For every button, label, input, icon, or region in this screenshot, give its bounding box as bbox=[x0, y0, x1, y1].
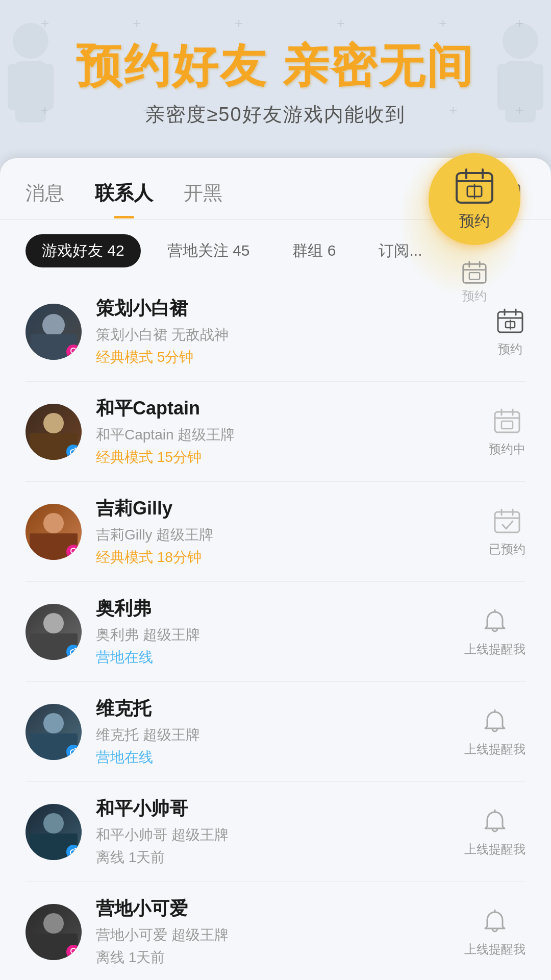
svg-point-40 bbox=[43, 513, 64, 533]
friend-detail: 和平小帅哥 超级王牌 bbox=[96, 825, 454, 845]
svg-point-28 bbox=[43, 413, 64, 433]
avatar bbox=[26, 704, 82, 760]
bell-icon bbox=[481, 808, 509, 836]
action-label: 预约 bbox=[498, 341, 522, 357]
tab-contacts[interactable]: 联系人 bbox=[95, 180, 153, 218]
friend-action-reserve[interactable]: 预约 bbox=[495, 306, 525, 357]
friend-status: 经典模式 5分钟 bbox=[96, 348, 485, 367]
popup-calendar-icon bbox=[454, 167, 495, 208]
avatar bbox=[26, 504, 82, 560]
sub-tab-camp[interactable]: 营地关注 45 bbox=[151, 234, 266, 267]
popup-small-label: 预约 bbox=[462, 288, 487, 304]
notify-icon bbox=[480, 906, 510, 937]
avatar bbox=[26, 804, 82, 860]
list-item: 奥利弗 奥利弗 超级王牌 营地在线 上线提醒我 bbox=[26, 582, 525, 682]
friend-info: 维克托 维克托 超级王牌 营地在线 bbox=[96, 696, 454, 767]
friend-detail: 和平Captain 超级王牌 bbox=[96, 425, 479, 445]
reserved-icon bbox=[492, 506, 522, 537]
avatar-badge-blue bbox=[66, 645, 81, 659]
friend-detail: 营地小可爱 超级王牌 bbox=[96, 925, 454, 945]
friend-action-notify[interactable]: 上线提醒我 bbox=[464, 906, 525, 958]
friend-status: 营地在线 bbox=[96, 748, 454, 767]
friend-info: 吉莉Gilly 吉莉Gilly 超级王牌 经典模式 18分钟 bbox=[96, 496, 479, 567]
avatar-badge-blue bbox=[66, 845, 81, 859]
calendar-reserved-icon bbox=[493, 508, 521, 535]
calendar-reserve-icon bbox=[496, 308, 524, 335]
small-calendar-icon bbox=[462, 260, 487, 286]
friend-name: 策划小白裙 bbox=[96, 296, 485, 321]
svg-point-19 bbox=[71, 348, 76, 353]
notify-icon bbox=[480, 806, 510, 837]
svg-point-61 bbox=[70, 750, 76, 755]
friend-name: 和平小帅哥 bbox=[96, 796, 454, 821]
floating-popup: 预约 预约 bbox=[429, 153, 520, 304]
svg-point-77 bbox=[71, 948, 76, 953]
friend-status: 经典模式 15分钟 bbox=[96, 448, 479, 467]
avatar bbox=[26, 904, 82, 960]
gender-icon bbox=[69, 948, 78, 956]
bell-icon bbox=[481, 908, 509, 936]
action-label: 上线提醒我 bbox=[464, 741, 525, 757]
svg-point-69 bbox=[70, 850, 76, 855]
friend-action-reserved[interactable]: 已预约 bbox=[489, 506, 525, 557]
friend-info: 营地小可爱 营地小可爱 超级王牌 离线 1天前 bbox=[96, 896, 454, 967]
popup-circle-button[interactable]: 预约 bbox=[429, 153, 520, 245]
friend-info: 策划小白裙 策划小白裙 无敌战神 经典模式 5分钟 bbox=[96, 296, 485, 367]
svg-point-31 bbox=[70, 450, 76, 455]
gender-male-icon bbox=[69, 748, 78, 756]
hero-title: 预约好友 亲密无间 bbox=[31, 41, 520, 91]
tab-messages[interactable]: 消息 bbox=[26, 180, 64, 218]
friend-name: 维克托 bbox=[96, 696, 454, 721]
svg-point-58 bbox=[43, 713, 64, 733]
friend-detail: 奥利弗 超级王牌 bbox=[96, 625, 454, 645]
friend-name: 和平Captain bbox=[96, 396, 479, 421]
action-label: 上线提醒我 bbox=[464, 941, 525, 958]
friend-action-notify[interactable]: 上线提醒我 bbox=[464, 806, 525, 857]
svg-rect-91 bbox=[469, 273, 480, 279]
popup-small-reserve: 预约 bbox=[462, 260, 487, 304]
action-label: 上线提醒我 bbox=[464, 841, 525, 857]
notify-icon bbox=[480, 706, 510, 737]
svg-point-53 bbox=[70, 650, 76, 655]
avatar-badge-pink bbox=[66, 345, 81, 359]
friend-status: 离线 1天前 bbox=[96, 948, 454, 967]
avatar-badge-blue bbox=[66, 445, 81, 459]
gender-male-icon bbox=[69, 848, 78, 856]
bell-icon bbox=[481, 708, 509, 736]
svg-point-66 bbox=[43, 813, 64, 834]
friend-info: 奥利弗 奥利弗 超级王牌 营地在线 bbox=[96, 596, 454, 667]
avatar-badge-blue bbox=[66, 745, 81, 759]
svg-rect-39 bbox=[502, 421, 513, 429]
list-item: 吉莉Gilly 吉莉Gilly 超级王牌 经典模式 18分钟 已预约 bbox=[26, 482, 525, 582]
list-item: 维克托 维克托 超级王牌 营地在线 上线提醒我 bbox=[26, 682, 525, 782]
friend-name: 吉莉Gilly bbox=[96, 496, 479, 521]
sub-tab-subscribe[interactable]: 订阅... bbox=[362, 234, 438, 267]
reserve-icon bbox=[495, 306, 525, 337]
friend-action-notify[interactable]: 上线提醒我 bbox=[464, 606, 525, 657]
friend-action-reserving[interactable]: 预约中 bbox=[489, 406, 525, 457]
list-item: 营地小可爱 营地小可爱 超级王牌 离线 1天前 上线提醒我 bbox=[26, 882, 525, 980]
friend-detail: 策划小白裙 无敌战神 bbox=[96, 325, 485, 345]
hero-subtitle: 亲密度≥50好友游戏内能收到 bbox=[31, 102, 520, 128]
svg-point-16 bbox=[42, 314, 65, 336]
svg-rect-87 bbox=[463, 264, 486, 283]
tab-team[interactable]: 开黑 bbox=[184, 180, 222, 218]
avatar bbox=[26, 304, 82, 360]
sub-tab-groups[interactable]: 群组 6 bbox=[276, 234, 352, 267]
friend-name: 营地小可爱 bbox=[96, 896, 454, 921]
friend-status: 经典模式 18分钟 bbox=[96, 548, 479, 567]
svg-rect-46 bbox=[495, 512, 519, 532]
friend-name: 奥利弗 bbox=[96, 596, 454, 621]
gender-male-icon bbox=[69, 648, 78, 656]
friend-list: 策划小白裙 策划小白裙 无敌战神 经典模式 5分钟 预约 bbox=[0, 282, 551, 980]
svg-point-43 bbox=[71, 548, 76, 553]
popup-label: 预约 bbox=[459, 211, 490, 232]
avatar-badge-pink bbox=[66, 545, 81, 559]
avatar bbox=[26, 604, 82, 660]
action-label: 上线提醒我 bbox=[464, 641, 525, 657]
friend-info: 和平Captain 和平Captain 超级王牌 经典模式 15分钟 bbox=[96, 396, 479, 467]
sub-tab-friends[interactable]: 游戏好友 42 bbox=[26, 234, 141, 267]
gender-male-icon bbox=[69, 448, 78, 456]
notify-icon bbox=[480, 606, 510, 637]
friend-action-notify[interactable]: 上线提醒我 bbox=[464, 706, 525, 757]
